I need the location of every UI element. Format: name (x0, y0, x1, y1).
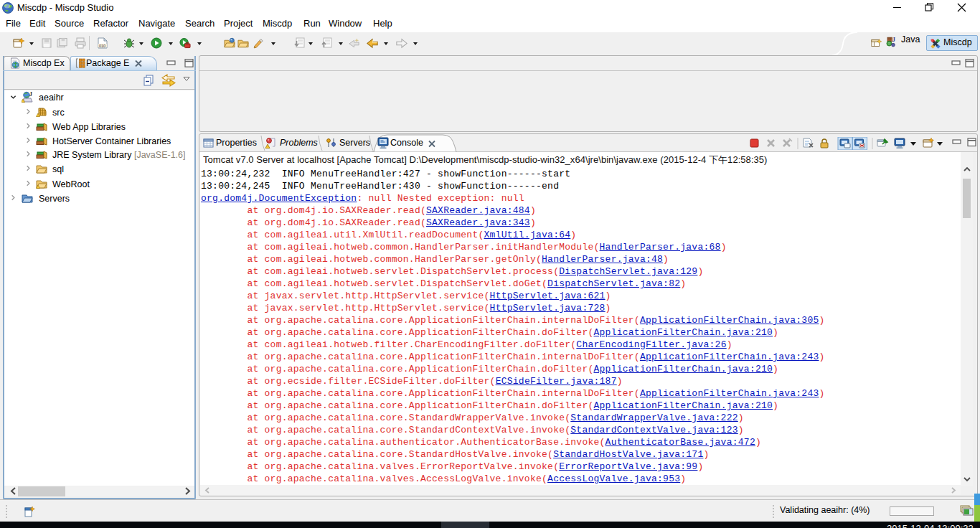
svg-text:J: J (892, 37, 895, 43)
svg-text:J: J (29, 91, 32, 98)
svg-text:010: 010 (99, 44, 105, 48)
